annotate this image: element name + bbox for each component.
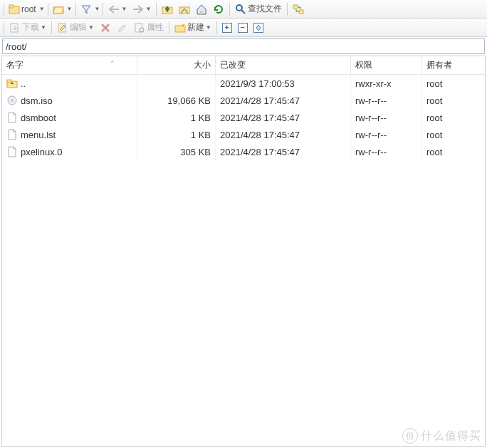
toolbar-2: 下载 ▼ 编辑 ▼ 属性 新建 ▼ + − [0,19,487,37]
cell-size: 305 KB [137,143,216,160]
cell-size [137,75,216,92]
find-files-button[interactable]: 查找文件 [233,2,284,16]
svg-rect-5 [200,11,203,14]
separator [48,3,48,16]
cell-changed: 2021/4/28 17:45:47 [216,92,351,109]
svg-point-6 [236,5,242,11]
nav-forward-button[interactable]: ▼ [130,3,153,16]
find-label: 查找文件 [248,3,282,15]
properties-button[interactable]: 属性 [132,21,166,34]
address-bar[interactable]: /root/ [2,38,485,54]
edit-button[interactable]: 编辑 ▼ [55,21,96,34]
toolbar-1: root ▼ ▼ ▼ ▼ ▼ 查找文件 [0,0,487,19]
separator [169,21,169,34]
file-icon [6,146,18,157]
edit-icon [57,22,68,33]
sync-icon [293,4,304,15]
properties-label: 属性 [147,21,164,33]
chevron-down-icon[interactable]: ▼ [67,6,73,12]
separator [156,3,157,16]
cell-size: 1 KB [137,126,216,143]
file-icon [6,129,18,140]
sort-asc-icon: ⌃ [110,60,115,67]
cell-rights: rw-r--r-- [351,109,422,126]
cell-changed: 2021/9/3 17:00:53 [216,75,351,92]
table-row[interactable]: dsmboot [2,109,137,126]
new-label: 新建 [187,21,204,33]
svg-point-13 [140,28,144,32]
separator [103,3,103,16]
path-text: /root/ [6,41,27,52]
table-row[interactable]: .. [2,75,137,92]
cell-rights: rw-r--r-- [351,92,422,109]
download-icon [9,22,21,33]
filter-icon [80,4,92,15]
col-header-size[interactable]: 大小 [137,56,216,75]
open-folder-button[interactable] [51,3,66,16]
folder-dropdown[interactable]: root [7,3,38,16]
separator [4,3,4,16]
separator [216,21,217,34]
col-header-changed[interactable]: 已改变 [216,56,351,75]
cell-rights: rw-r--r-- [351,126,422,143]
chevron-down-icon[interactable]: ▼ [95,6,100,12]
folder-label: root [21,4,36,14]
plus-icon: + [222,23,232,33]
separator [287,3,288,16]
download-label: 下载 [22,21,39,33]
arrow-right-icon [132,4,144,15]
download-button[interactable]: 下载 ▼ [7,21,48,34]
cell-owner: root [422,75,486,92]
edit-label: 编辑 [70,21,87,33]
cell-changed: 2021/4/28 17:45:47 [216,126,351,143]
folder-open-icon [53,4,64,15]
cell-changed: 2021/4/28 17:45:47 [216,109,351,126]
folder-up-icon [6,78,18,89]
new-folder-icon [174,22,186,33]
svg-rect-17 [7,80,11,83]
separator [229,3,230,16]
cell-owner: root [422,92,486,109]
table-row[interactable]: menu.lst [2,126,137,143]
home-button[interactable] [194,3,209,16]
search-icon [235,4,246,15]
table-row[interactable]: pxelinux.0 [2,143,137,160]
watermark-text: 什么值得买 [421,429,481,444]
bookmark-button[interactable] [251,22,266,33]
root-dir-button[interactable] [177,3,192,16]
watermark-logo-icon: 值 [402,428,418,444]
nav-back-button[interactable]: ▼ [106,3,129,16]
svg-rect-1 [9,5,14,8]
new-button[interactable]: 新建 ▼ [172,21,214,34]
col-header-name[interactable]: 名字⌃ [2,56,137,75]
folder-icon [9,4,20,15]
delete-button[interactable] [98,21,113,34]
filter-button[interactable] [79,3,93,16]
pencil-icon [117,22,128,33]
file-list: 名字⌃ 大小 已改变 权限 拥有者 .. 2021/9/3 17:00:53 r… [1,56,486,447]
table-row[interactable]: dsm.iso [2,92,137,109]
col-header-rights[interactable]: 权限 [351,56,422,75]
cell-changed: 2021/4/28 17:45:47 [216,143,351,160]
sync-button[interactable] [290,3,306,16]
arrow-left-icon [108,4,120,15]
file-icon [6,112,18,123]
col-header-owner[interactable]: 拥有者 [422,56,486,75]
bookmark-icon [253,23,263,33]
expand-button[interactable]: + [220,22,234,33]
folder-up-icon [162,4,173,15]
separator [51,21,52,34]
separator [75,3,76,16]
chevron-down-icon[interactable]: ▼ [39,6,45,12]
edit-file-button[interactable] [115,21,130,34]
properties-icon [134,22,145,33]
cell-size: 19,066 KB [137,92,216,109]
minus-icon: − [238,23,248,33]
disc-icon [6,95,18,106]
refresh-button[interactable] [211,3,226,16]
up-dir-button[interactable] [159,3,175,16]
cell-owner: root [422,143,486,160]
separator [4,21,4,34]
svg-line-7 [241,10,245,14]
collapse-button[interactable]: − [236,22,250,33]
